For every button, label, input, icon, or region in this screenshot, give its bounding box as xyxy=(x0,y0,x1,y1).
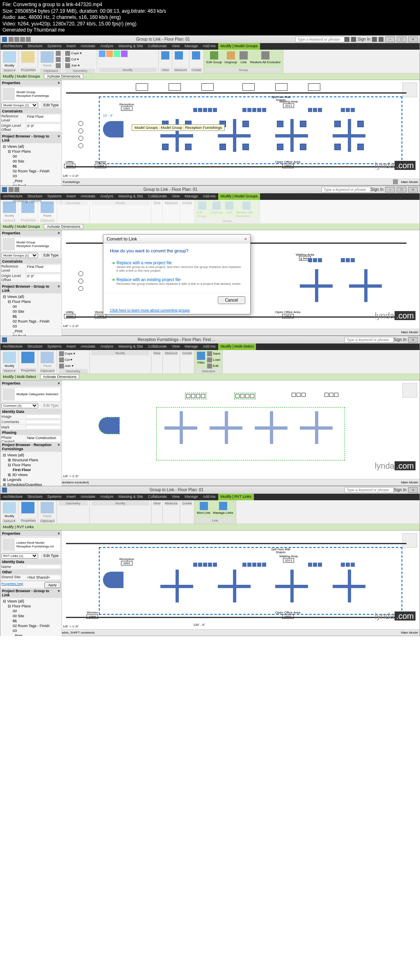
tab-analyze[interactable]: Analyze xyxy=(98,43,116,50)
save-sel-button[interactable]: Save xyxy=(207,351,221,357)
tree-item[interactable]: 00 Site xyxy=(1,159,61,164)
tab-massing[interactable]: Massing & Site xyxy=(116,193,146,200)
tab-massing[interactable]: Massing & Site xyxy=(116,43,146,50)
signin-link[interactable]: Sign In xyxy=(358,37,370,41)
mirror-icon[interactable] xyxy=(114,50,120,57)
edit-group-button[interactable]: Edit Group xyxy=(205,50,223,65)
restore-button[interactable]: Restore All Excluded xyxy=(249,50,281,65)
nav-cube[interactable] xyxy=(402,533,417,548)
minimize-button[interactable]: − xyxy=(385,37,395,42)
ref-level-field[interactable]: First Floor xyxy=(26,114,61,122)
tree-floorplans[interactable]: ⊟ Floor Plans xyxy=(1,149,61,154)
properties-button[interactable] xyxy=(21,50,35,64)
trim-icon[interactable] xyxy=(121,50,128,57)
tab-modify[interactable]: Modify | Model Groups xyxy=(218,193,260,200)
join-button[interactable]: Join ▾ xyxy=(65,63,82,69)
close-button[interactable]: × xyxy=(408,337,418,343)
tree-item[interactable]: 02 Room Tags - Finish xyxy=(1,169,61,174)
drawing-canvas[interactable]: Utility1010 Women1004 Open Office Area10… xyxy=(62,230,420,329)
view-button[interactable] xyxy=(160,50,170,61)
sub-icon[interactable] xyxy=(345,37,349,42)
tree-item[interactable]: 03 xyxy=(1,174,61,179)
option-existing-file[interactable]: ➔Replace with an existing project fileRe… xyxy=(110,275,244,288)
qat-icon[interactable] xyxy=(14,187,19,192)
cut-icon[interactable] xyxy=(56,51,61,56)
tab-architecture[interactable]: Architecture xyxy=(0,43,25,50)
tab-architecture[interactable]: Architecture xyxy=(0,193,25,200)
option-new-file[interactable]: ➔Replace with a new project fileSaves th… xyxy=(110,258,244,275)
cancel-button[interactable]: Cancel xyxy=(218,296,245,304)
qat-undo-icon[interactable] xyxy=(20,37,25,42)
tab-structure[interactable]: Structure xyxy=(25,193,45,200)
activate-dims-button[interactable]: Activate Dimensions xyxy=(44,74,83,79)
close-icon[interactable]: × xyxy=(58,134,60,142)
tab-systems[interactable]: Systems xyxy=(45,43,64,50)
paste-button[interactable]: Paste xyxy=(40,50,55,68)
tree-views[interactable]: ⊟ Views (all) xyxy=(1,144,61,149)
tab-collaborate[interactable]: Collaborate xyxy=(146,193,169,200)
nav-cube[interactable] xyxy=(402,383,417,398)
manage-links-button[interactable]: Manage Links xyxy=(212,501,234,515)
close-icon[interactable]: × xyxy=(58,231,60,235)
qat-redo-icon[interactable] xyxy=(26,37,31,42)
close-button[interactable]: × xyxy=(408,187,418,192)
tab-manage[interactable]: Manage xyxy=(182,43,201,50)
edit-type-button[interactable]: Edit Type xyxy=(41,103,61,108)
drawing-canvas[interactable]: 1/8" = 1'-0" lynda.com xyxy=(62,380,420,479)
tree-item[interactable]: 01 xyxy=(1,164,61,169)
qat-open-icon[interactable] xyxy=(9,37,14,42)
signin-link[interactable]: Sign In xyxy=(371,187,383,192)
qat-icon[interactable] xyxy=(9,187,14,192)
tab-insert[interactable]: Insert xyxy=(64,43,78,50)
search-input[interactable] xyxy=(322,187,371,192)
dialog-close-icon[interactable]: × xyxy=(244,236,247,241)
tab-analyze[interactable]: Analyze xyxy=(98,193,116,200)
tab-addins[interactable]: Add-Ins xyxy=(201,43,218,50)
load-sel-button[interactable]: Load xyxy=(207,357,221,363)
close-button[interactable]: × xyxy=(408,37,418,42)
cut-geom-button[interactable]: Cut ▾ xyxy=(65,57,82,62)
cope-button[interactable]: Cope ▾ xyxy=(65,50,82,56)
tab-annotate[interactable]: Annotate xyxy=(78,43,98,50)
maximize-button[interactable]: □ xyxy=(397,187,406,192)
filter-button[interactable]: Filter xyxy=(196,351,206,365)
edit-sel-button[interactable]: Edit xyxy=(207,363,221,369)
search-input[interactable] xyxy=(295,37,345,42)
activate-dims-button[interactable]: Activate Dimensions xyxy=(44,224,83,229)
constraints-section[interactable]: Constraints xyxy=(0,109,62,114)
tab-view[interactable]: View xyxy=(169,193,182,200)
tab-view[interactable]: View xyxy=(169,43,182,50)
search-input[interactable] xyxy=(345,487,394,493)
move-icon[interactable] xyxy=(99,50,105,57)
tab-structure[interactable]: Structure xyxy=(25,43,45,50)
modify-button[interactable]: Modify xyxy=(2,50,17,68)
create-button[interactable] xyxy=(191,50,201,61)
match-icon[interactable] xyxy=(56,63,61,68)
nav-cube[interactable] xyxy=(402,82,417,97)
tab-manage[interactable]: Manage xyxy=(182,193,201,200)
signin-link[interactable]: Sign In xyxy=(394,488,406,492)
drawing-canvas[interactable]: Reception1001 Waiting Area1011 Split Fac… xyxy=(62,531,420,629)
tab-annotate[interactable]: Annotate xyxy=(78,193,98,200)
close-icon[interactable]: × xyxy=(58,81,60,85)
tab-insert[interactable]: Insert xyxy=(64,193,78,200)
qat-save-icon[interactable] xyxy=(14,37,19,42)
sb-icon[interactable] xyxy=(393,179,398,184)
tab-modify[interactable]: Modify | Model Groups xyxy=(218,43,260,50)
exchange-icon[interactable] xyxy=(372,37,377,42)
minimize-button[interactable]: − xyxy=(385,187,395,192)
drawing-canvas[interactable]: Reception1001 Waiting Area1011 Split Fac… xyxy=(62,80,420,179)
copy-icon[interactable] xyxy=(56,57,61,62)
measure-button[interactable] xyxy=(174,50,184,61)
tab-addins[interactable]: Add-Ins xyxy=(201,193,218,200)
tree-item[interactable]: 00 xyxy=(1,154,61,159)
tab-systems[interactable]: Systems xyxy=(45,193,64,200)
bind-link-button[interactable]: Bind Link xyxy=(196,501,211,515)
view-controls[interactable]: 1/8" = 1'-0" xyxy=(63,174,79,178)
rotate-icon[interactable] xyxy=(106,50,113,57)
category-selector[interactable]: Model Groups (1) xyxy=(1,103,38,108)
signin-link[interactable]: Sign In xyxy=(394,337,406,342)
help-icon[interactable] xyxy=(379,37,383,42)
tree-item[interactable]: _Print xyxy=(1,179,61,183)
learn-more-link[interactable]: Click here to learn more about convertin… xyxy=(103,307,250,314)
